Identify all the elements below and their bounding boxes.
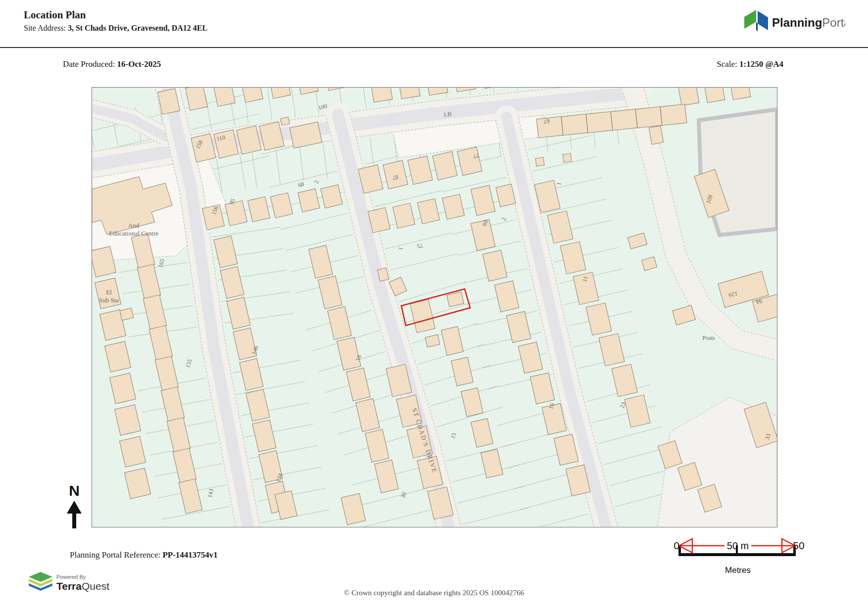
date-produced: Date Produced: 16-Oct-2025 bbox=[63, 59, 161, 69]
map-label: 67 bbox=[543, 117, 550, 125]
building bbox=[660, 104, 687, 125]
scale-bar: 0 50 50 m Metres bbox=[669, 532, 813, 584]
scale-text: Scale: 1:1250 @A4 bbox=[717, 59, 783, 69]
site-address-value: 3, St Chads Drive, Gravesend, DA12 4EL bbox=[68, 24, 207, 32]
site-address-label: Site Address: bbox=[24, 24, 68, 32]
building bbox=[586, 111, 613, 133]
map-frame: 100LB15811015695682877767AndEducational … bbox=[92, 88, 777, 527]
header-divider bbox=[0, 47, 868, 48]
tq-powered-by: Powered By bbox=[56, 574, 86, 580]
map-canvas: 100LB15811015695682877767AndEducational … bbox=[92, 88, 777, 527]
map-label: And bbox=[128, 222, 140, 229]
building bbox=[611, 109, 637, 130]
planning-portal-logo: PlanningPortal bbox=[741, 6, 845, 41]
building bbox=[649, 126, 664, 144]
building bbox=[561, 114, 588, 135]
building bbox=[635, 106, 662, 128]
map-label: El bbox=[106, 288, 112, 296]
scale-label: Scale: bbox=[717, 59, 739, 69]
page-title: Location Plan bbox=[24, 9, 86, 21]
location-plan-page: Location Plan Site Address: 3, St Chads … bbox=[0, 0, 868, 614]
building bbox=[535, 157, 544, 166]
scale-value: 1:1250 @A4 bbox=[739, 59, 783, 69]
building bbox=[563, 153, 572, 162]
scale-zero: 0 bbox=[674, 540, 679, 551]
logo-navy-edge bbox=[756, 22, 758, 32]
date-produced-value: 16-Oct-2025 bbox=[117, 59, 161, 69]
logo-wordmark: PlanningPortal bbox=[772, 16, 845, 29]
map-label: Sub Sta bbox=[99, 296, 119, 304]
scale-unit: Metres bbox=[725, 566, 751, 575]
planning-reference-value: PP-14413754v1 bbox=[162, 550, 217, 560]
building bbox=[371, 88, 392, 102]
planning-reference-label: Planning Portal Reference: bbox=[70, 550, 162, 560]
map-label: LB bbox=[443, 110, 452, 118]
planning-reference: Planning Portal Reference: PP-14413754v1 bbox=[70, 550, 218, 560]
north-arrow-stem bbox=[72, 512, 76, 528]
logo-blue-face bbox=[758, 11, 768, 30]
copyright-notice: © Crown copyright and database rights 20… bbox=[0, 589, 868, 597]
building bbox=[281, 117, 290, 125]
site-address: Site Address: 3, St Chads Drive, Gravese… bbox=[24, 24, 207, 33]
scale-mid-label: 50 m bbox=[727, 540, 749, 551]
map-label: 75 bbox=[417, 242, 424, 250]
date-produced-label: Date Produced: bbox=[63, 59, 117, 69]
planning-portal-logo-icon: PlanningPortal bbox=[741, 6, 845, 39]
scale-max: 50 bbox=[793, 540, 804, 551]
north-arrow: N bbox=[62, 476, 86, 531]
north-label: N bbox=[69, 482, 80, 499]
map-label: Educational Centre bbox=[109, 230, 158, 237]
logo-green-face bbox=[744, 10, 756, 29]
map-label: Posts bbox=[702, 334, 715, 341]
